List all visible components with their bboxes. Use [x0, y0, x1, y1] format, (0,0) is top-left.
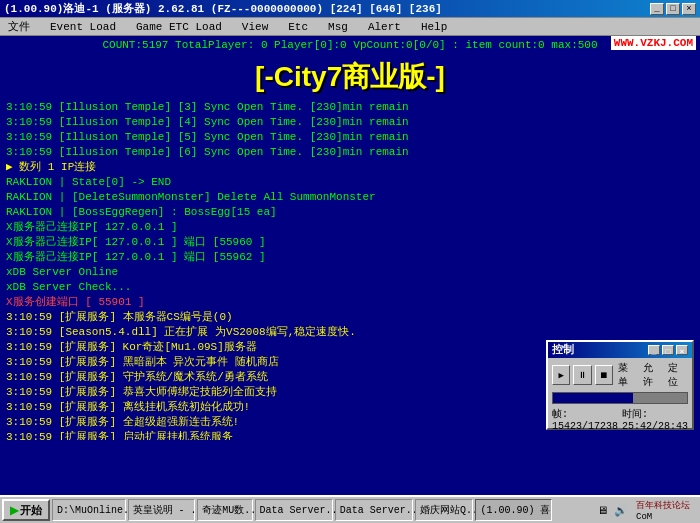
menu-item-Event Load[interactable]: Event Load — [46, 21, 120, 33]
log-line: xDB Server Check... — [6, 280, 694, 295]
log-line: xDB Server Online — [6, 265, 694, 280]
stop-button[interactable]: ⏹ — [595, 365, 613, 385]
big-title: [-City7商业版-] — [0, 52, 700, 100]
taskbar-app-1[interactable]: 英皇说明 - ... — [128, 499, 196, 521]
title-bar-controls: _ □ × — [650, 3, 696, 15]
menu-item-Game ETC Load[interactable]: Game ETC Load — [132, 21, 226, 33]
menu-item-Msg[interactable]: Msg — [324, 21, 352, 33]
title-bar-text: (1.00.90)洛迪-1 (服务器) 2.62.81 (FZ---000000… — [4, 1, 442, 16]
allow-label: 允许 — [641, 361, 663, 389]
log-line: RAKLION | State[0] -> END — [6, 175, 694, 190]
frame-stats: 帧: 15423/17238 — [552, 407, 618, 432]
maximize-button[interactable]: □ — [666, 3, 680, 15]
taskbar: ▶ 开始 D:\MuOnline...英皇说明 - ...奇迹MU数...Dat… — [0, 495, 700, 523]
control-buttons: ▶ ⏸ ⏹ 菜单 允许 定位 — [552, 361, 688, 389]
control-panel: 控制 _ □ × ▶ ⏸ ⏹ 菜单 允许 定位 帧: 15423/17238 时… — [546, 340, 694, 430]
control-body: ▶ ⏸ ⏹ 菜单 允许 定位 帧: 15423/17238 时间: 25:42/… — [548, 358, 692, 435]
control-minimize[interactable]: _ — [648, 345, 660, 355]
taskbar-app-4[interactable]: Data Server.... — [335, 499, 413, 521]
menu-item-Alert[interactable]: Alert — [364, 21, 405, 33]
top-right-site: WWW.VZKJ.COM — [611, 36, 696, 50]
taskbar-app-3[interactable]: Data Server.... — [255, 499, 333, 521]
taskbar-app-6[interactable]: (1.00.90) 喜... — [475, 499, 552, 521]
main-area: [-City7商业版-] 3:10:59 [Illusion Temple] [… — [0, 52, 700, 482]
log-line: X服务器己连接IP[ 127.0.0.1 ] 端口 [55962 ] — [6, 250, 694, 265]
taskbar-app-2[interactable]: 奇迹MU数... — [197, 499, 252, 521]
menu-item-文件[interactable]: 文件 — [4, 19, 34, 34]
log-line: X服务器己连接IP[ 127.0.0.1 ] — [6, 220, 694, 235]
log-line: RAKLION | [DeleteSummonMonster] Delete A… — [6, 190, 694, 205]
status-top: COUNT:5197 TotalPlayer: 0 Player[0]:0 Vp… — [0, 36, 700, 52]
control-maximize[interactable]: □ — [662, 345, 674, 355]
log-line: 3:10:59 [扩展服务] 本服务器CS编号是(0) — [6, 310, 694, 325]
time-stats: 时间: 25:42/28:43 — [622, 407, 688, 432]
volume-icon: 🔊 — [613, 502, 629, 518]
close-button[interactable]: × — [682, 3, 696, 15]
control-panel-title: 控制 _ □ × — [548, 342, 692, 358]
log-line: 3:10:59 [Illusion Temple] [4] Sync Open … — [6, 115, 694, 130]
log-line: X服务创建端口 [ 55901 ] — [6, 295, 694, 310]
position-label: 定位 — [666, 361, 688, 389]
control-progress — [552, 392, 688, 404]
log-line: 3:10:59 [Illusion Temple] [6] Sync Open … — [6, 145, 694, 160]
log-line: 3:10:59 [Illusion Temple] [3] Sync Open … — [6, 100, 694, 115]
taskbar-app-0[interactable]: D:\MuOnline... — [52, 499, 126, 521]
log-line: 3:10:59 [Illusion Temple] [5] Sync Open … — [6, 130, 694, 145]
clock: 百年科技论坛 CoM — [632, 497, 694, 524]
control-stats: 帧: 15423/17238 时间: 25:42/28:43 — [552, 407, 688, 432]
menu-bar: 文件Event LoadGame ETC LoadViewEtcMsgAlert… — [0, 18, 700, 36]
status-top-text: COUNT:5197 TotalPlayer: 0 Player[0]:0 Vp… — [102, 39, 597, 51]
menu-label: 菜单 — [616, 361, 638, 389]
taskbar-app-5[interactable]: 婚庆网站Q... — [415, 499, 473, 521]
log-line: X服务器己连接IP[ 127.0.0.1 ] 端口 [55960 ] — [6, 235, 694, 250]
control-close[interactable]: × — [676, 345, 688, 355]
play-button[interactable]: ▶ — [552, 365, 570, 385]
network-icon: 🖥 — [594, 502, 610, 518]
taskbar-right: 🖥 🔊 百年科技论坛 CoM — [594, 497, 698, 524]
log-line: RAKLION | [BossEggRegen] : BossEgg[15 ea… — [6, 205, 694, 220]
minimize-button[interactable]: _ — [650, 3, 664, 15]
pause-button[interactable]: ⏸ — [573, 365, 591, 385]
menu-item-Etc[interactable]: Etc — [284, 21, 312, 33]
start-button[interactable]: ▶ 开始 — [2, 499, 50, 521]
title-bar: (1.00.90)洛迪-1 (服务器) 2.62.81 (FZ---000000… — [0, 0, 700, 18]
taskbar-apps: D:\MuOnline...英皇说明 - ...奇迹MU数...Data Ser… — [52, 499, 552, 521]
log-line: 3:10:59 [Season5.4.dll] 正在扩展 为VS2008编写,稳… — [6, 325, 694, 340]
menu-item-View[interactable]: View — [238, 21, 272, 33]
log-line: ▶ 数列 1 IP连接 — [6, 160, 694, 175]
menu-item-Help[interactable]: Help — [417, 21, 451, 33]
